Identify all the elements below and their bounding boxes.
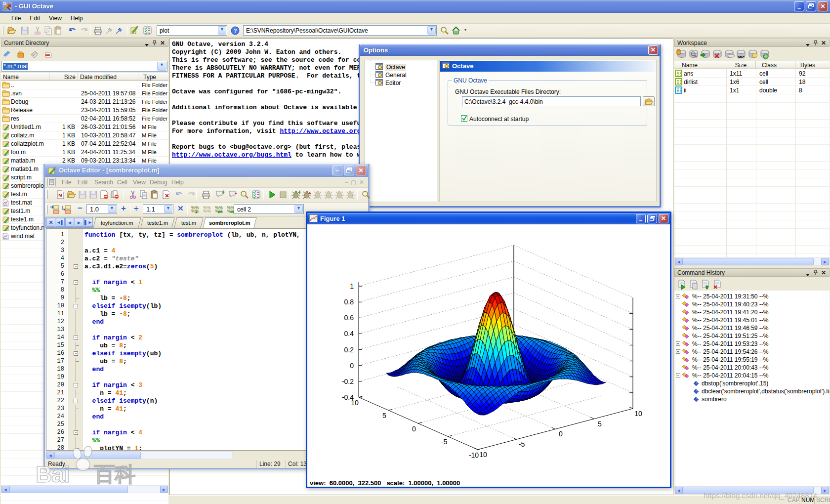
- svg-text:-10: -10: [469, 451, 479, 459]
- svg-text:0.6: 0.6: [344, 314, 354, 322]
- svg-text:1: 1: [350, 282, 354, 290]
- svg-text:5: 5: [382, 412, 386, 420]
- svg-text:0: 0: [350, 362, 354, 370]
- svg-text:0.8: 0.8: [344, 298, 354, 306]
- svg-text:10: 10: [351, 399, 359, 407]
- svg-text:abc: abc: [738, 55, 745, 59]
- svg-text:10: 10: [634, 410, 642, 418]
- svg-text:0: 0: [412, 425, 416, 433]
- svg-text:0.2: 0.2: [344, 346, 354, 354]
- svg-text:10: 10: [479, 451, 487, 459]
- svg-text:-0.2: -0.2: [342, 378, 354, 385]
- svg-text:0.4: 0.4: [344, 330, 354, 337]
- svg-text:0: 0: [559, 430, 563, 438]
- svg-text:-5: -5: [441, 438, 448, 446]
- svg-text:5: 5: [598, 420, 602, 428]
- svg-text:-5: -5: [519, 440, 525, 448]
